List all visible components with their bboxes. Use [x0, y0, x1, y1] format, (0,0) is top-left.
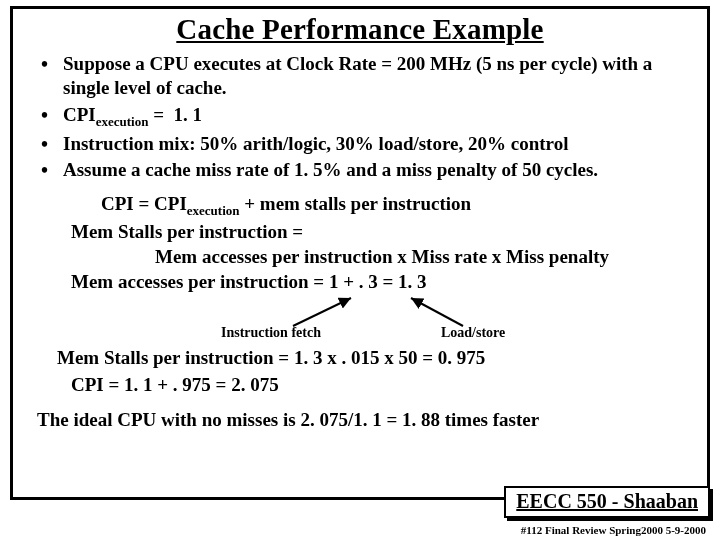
- bullet-text: Assume a cache miss rate of 1. 5% and a …: [63, 159, 598, 180]
- subscript: execution: [96, 113, 149, 128]
- result-line: Mem Stalls per instruction = 1. 3 x . 01…: [57, 344, 693, 372]
- course-box: EECC 550 - Shaaban: [504, 486, 710, 518]
- formula-line: Mem accesses per instruction = 1 + . 3 =…: [71, 269, 693, 294]
- subscript: execution: [187, 202, 240, 217]
- arrow-label-right: Load/store: [441, 324, 505, 342]
- slide-frame: Cache Performance Example Suppose a CPU …: [10, 6, 710, 500]
- svg-line-1: [411, 298, 463, 326]
- footer-text: #112 Final Review Spring2000 5-9-2000: [521, 524, 706, 536]
- slide-title: Cache Performance Example: [27, 13, 693, 46]
- bullet-item: Suppose a CPU executes at Clock Rate = 2…: [35, 52, 693, 101]
- arrow-svg: [71, 296, 671, 344]
- results-block: Mem Stalls per instruction = 1. 3 x . 01…: [57, 344, 693, 399]
- conclusion-line: The ideal CPU with no misses is 2. 075/1…: [37, 409, 693, 431]
- bullet-text: Suppose a CPU executes at Clock Rate = 2…: [63, 53, 652, 98]
- svg-line-0: [293, 298, 351, 326]
- formula-block: CPI = CPIexecution + mem stalls per inst…: [71, 191, 693, 344]
- bullet-text: Instruction mix: 50% arith/logic, 30% lo…: [63, 133, 568, 154]
- result-line: CPI = 1. 1 + . 975 = 2. 075: [71, 371, 693, 399]
- bullet-list: Suppose a CPU executes at Clock Rate = 2…: [35, 52, 693, 183]
- bullet-item: Instruction mix: 50% arith/logic, 30% lo…: [35, 132, 693, 156]
- arrow-diagram: Instruction fetch Load/store: [71, 296, 693, 344]
- arrow-label-left: Instruction fetch: [221, 324, 321, 342]
- bullet-item: CPIexecution = 1. 1: [35, 103, 693, 130]
- formula-line: Mem accesses per instruction x Miss rate…: [155, 244, 693, 269]
- formula-line: Mem Stalls per instruction =: [71, 219, 693, 244]
- formula-text: + mem stalls per instruction: [240, 193, 472, 214]
- formula-line: CPI = CPIexecution + mem stalls per inst…: [101, 191, 693, 219]
- formula-text: CPI = CPI: [101, 193, 187, 214]
- bullet-item: Assume a cache miss rate of 1. 5% and a …: [35, 158, 693, 182]
